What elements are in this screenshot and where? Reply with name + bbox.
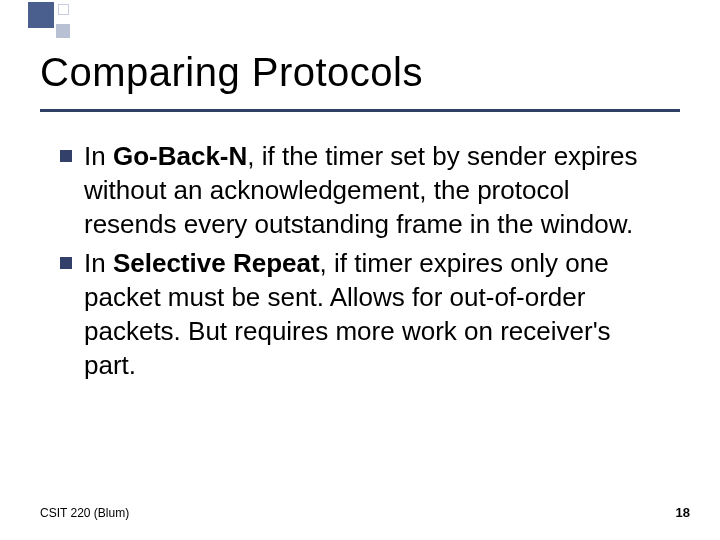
bullet-bold: Selective Repeat bbox=[113, 248, 320, 278]
footer-left: CSIT 220 (Blum) bbox=[40, 506, 129, 520]
slide-title: Comparing Protocols bbox=[40, 50, 680, 95]
bullet-bold: Go-Back-N bbox=[113, 141, 247, 171]
body-text: In Go-Back-N, if the timer set by sender… bbox=[60, 140, 660, 389]
bullet-text: In Go-Back-N, if the timer set by sender… bbox=[84, 140, 660, 241]
decor-square-small bbox=[56, 24, 70, 38]
decor-square-large bbox=[28, 2, 54, 28]
square-bullet-icon bbox=[60, 150, 72, 162]
bullet-text: In Selective Repeat, if timer expires on… bbox=[84, 247, 660, 382]
footer: CSIT 220 (Blum) 18 bbox=[40, 505, 690, 520]
slide-number: 18 bbox=[676, 505, 690, 520]
decor-square-outline bbox=[58, 4, 69, 15]
bullet-prefix: In bbox=[84, 248, 113, 278]
slide: Comparing Protocols In Go-Back-N, if the… bbox=[0, 0, 720, 540]
list-item: In Selective Repeat, if timer expires on… bbox=[60, 247, 660, 382]
title-area: Comparing Protocols bbox=[40, 50, 680, 112]
list-item: In Go-Back-N, if the timer set by sender… bbox=[60, 140, 660, 241]
square-bullet-icon bbox=[60, 257, 72, 269]
title-underline bbox=[40, 109, 680, 112]
bullet-prefix: In bbox=[84, 141, 113, 171]
